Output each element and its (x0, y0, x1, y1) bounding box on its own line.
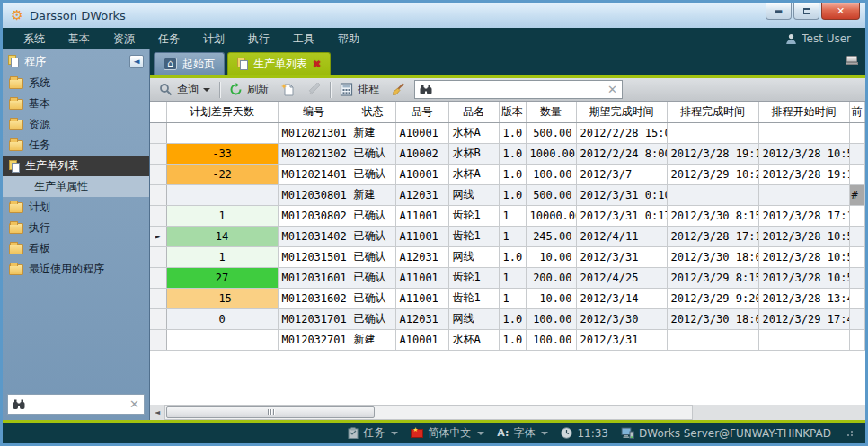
column-header-9[interactable]: 排程完成时间 (667, 102, 758, 122)
cell-sched-finish[interactable]: 2012/3/29 8:15 (667, 267, 758, 288)
cell-version[interactable]: 1.0 (499, 246, 526, 267)
column-header-1[interactable]: 计划差异天数 (166, 102, 278, 122)
cell-status[interactable]: 已确认 (350, 205, 395, 226)
cell-overflow[interactable] (849, 164, 865, 184)
menu-item-5[interactable]: 计划 (191, 29, 236, 49)
cell-item-no[interactable]: A10001 (395, 329, 448, 350)
cell-plan-diff-days[interactable] (166, 184, 278, 205)
cell-item-name[interactable]: 水杯A (448, 164, 499, 184)
cell-order-no[interactable]: M012021301 (278, 122, 350, 143)
row-selector[interactable] (150, 246, 166, 267)
menu-item-3[interactable]: 资源 (102, 29, 146, 49)
scrollbar-track[interactable] (164, 405, 693, 420)
cell-sched-start[interactable]: 2012/3/28 10:52 (758, 246, 849, 267)
cell-version[interactable]: 1.0 (499, 122, 526, 143)
row-selector[interactable] (150, 205, 166, 226)
cell-order-no[interactable]: M012030802 (278, 205, 350, 226)
cell-item-name[interactable]: 齿轮1 (448, 288, 499, 308)
sidebar-item-10[interactable]: 最近使用的程序 (3, 259, 149, 280)
cell-quantity[interactable]: 500.00 (526, 184, 576, 205)
cell-overflow[interactable] (849, 267, 865, 288)
table-row[interactable]: M012021301新建A10001水杯A1.0500.002012/2/28 … (150, 122, 865, 143)
sidebar-item-5[interactable]: 生产单列表 (3, 156, 149, 176)
cell-quantity[interactable]: 100.00 (526, 164, 576, 184)
cell-quantity[interactable]: 100.00 (526, 329, 576, 350)
cell-sched-start[interactable]: 2012/3/28 19:10 (758, 164, 849, 184)
cell-plan-diff-days[interactable]: -22 (166, 164, 278, 184)
scroll-left-icon[interactable]: ◄ (150, 405, 164, 420)
cell-plan-diff-days[interactable]: 0 (166, 308, 278, 329)
row-selector[interactable] (150, 143, 166, 164)
row-selector[interactable] (150, 164, 166, 184)
table-row[interactable]: M012032701新建A10001水杯A1.0100.002012/3/31 (150, 329, 865, 350)
cell-sched-finish[interactable] (667, 184, 758, 205)
cell-sched-finish[interactable]: 2012/3/29 10:20 (667, 164, 758, 184)
cell-order-no[interactable]: M012030801 (278, 184, 350, 205)
cell-order-no[interactable]: M012031501 (278, 246, 350, 267)
cell-version[interactable]: 1.0 (499, 308, 526, 329)
edit-button[interactable] (304, 81, 324, 98)
cell-sched-start[interactable] (758, 329, 849, 350)
cell-status[interactable]: 已确认 (350, 288, 395, 308)
cell-status[interactable]: 已确认 (350, 164, 395, 184)
menu-item-2[interactable]: 基本 (57, 29, 102, 49)
cell-order-no[interactable]: M012032701 (278, 329, 350, 350)
cell-item-no[interactable]: A11001 (395, 226, 448, 246)
cell-status[interactable]: 已确认 (350, 267, 395, 288)
status-task-menu[interactable]: 任务 (348, 425, 398, 441)
cell-expected-finish[interactable]: 2012/3/31 0:17 (576, 205, 667, 226)
cell-quantity[interactable]: 500.00 (526, 122, 576, 143)
cell-status[interactable]: 已确认 (350, 308, 395, 329)
cell-status[interactable]: 新建 (350, 184, 395, 205)
cell-order-no[interactable]: M012031701 (278, 308, 350, 329)
cell-plan-diff-days[interactable] (166, 329, 278, 350)
cell-order-no[interactable]: M012021302 (278, 143, 350, 164)
cell-sched-finish[interactable] (667, 329, 758, 350)
table-row[interactable]: 1M012030802已确认A11001齿轮1110000.002012/3/3… (150, 205, 865, 226)
cell-version[interactable]: 1.0 (499, 143, 526, 164)
query-dropdown-icon[interactable] (203, 88, 210, 92)
cell-quantity[interactable]: 1000.00 (526, 143, 576, 164)
cell-item-no[interactable]: A11001 (395, 288, 448, 308)
cell-expected-finish[interactable]: 2012/3/31 (576, 329, 667, 350)
cell-status[interactable]: 已确认 (350, 226, 395, 246)
cell-item-no[interactable]: A10002 (395, 143, 448, 164)
cell-order-no[interactable]: M012031602 (278, 288, 350, 308)
resize-grip[interactable] (847, 431, 853, 436)
maximize-button[interactable] (793, 3, 819, 20)
cell-plan-diff-days[interactable]: 1 (166, 205, 278, 226)
table-row[interactable]: 1M012031501已确认A12031网线1.010.002012/3/312… (150, 246, 865, 267)
cell-expected-finish[interactable]: 2012/3/31 (576, 246, 667, 267)
sidebar-item-4[interactable]: 任务 (3, 135, 149, 156)
cell-overflow[interactable] (849, 288, 865, 308)
cell-version[interactable]: 1 (499, 288, 526, 308)
column-header-5[interactable]: 品名 (448, 102, 499, 122)
sidebar-item-2[interactable]: 基本 (3, 94, 149, 114)
table-row[interactable]: ►14M012031402已确认A11001齿轮11245.002012/4/1… (150, 226, 865, 246)
cell-item-name[interactable]: 齿轮1 (448, 226, 499, 246)
cell-item-name[interactable]: 齿轮1 (448, 267, 499, 288)
cell-quantity[interactable]: 10000.00 (526, 205, 576, 226)
cell-expected-finish[interactable]: 2012/2/28 15:00 (576, 122, 667, 143)
cell-sched-start[interactable] (758, 122, 849, 143)
status-language-menu[interactable]: 简体中文 (411, 425, 484, 441)
cell-overflow[interactable] (849, 226, 865, 246)
cell-sched-finish[interactable]: 2012/3/30 18:00 (667, 308, 758, 329)
column-header-3[interactable]: 状态 (350, 102, 395, 122)
cell-order-no[interactable]: M012031601 (278, 267, 350, 288)
cell-overflow[interactable] (849, 308, 865, 329)
cell-item-no[interactable]: A11001 (395, 267, 448, 288)
column-header-4[interactable]: 品号 (395, 102, 448, 122)
cell-item-no[interactable]: A10001 (395, 122, 448, 143)
cell-sched-start[interactable]: 2012/3/28 10:52 (758, 226, 849, 246)
cell-quantity[interactable]: 100.00 (526, 308, 576, 329)
menu-item-8[interactable]: 帮助 (326, 29, 371, 49)
cell-expected-finish[interactable]: 2012/3/31 0:10 (576, 184, 667, 205)
cell-status[interactable]: 新建 (350, 122, 395, 143)
sidebar-item-6[interactable]: 生产单属性 (3, 176, 149, 197)
cell-quantity[interactable]: 10.00 (526, 246, 576, 267)
cell-version[interactable]: 1.0 (499, 329, 526, 350)
refresh-button[interactable]: 刷新 (226, 80, 272, 99)
table-row[interactable]: 27M012031601已确认A11001齿轮11200.002012/4/25… (150, 267, 865, 288)
tab-close-icon[interactable]: ✖ (313, 58, 321, 70)
